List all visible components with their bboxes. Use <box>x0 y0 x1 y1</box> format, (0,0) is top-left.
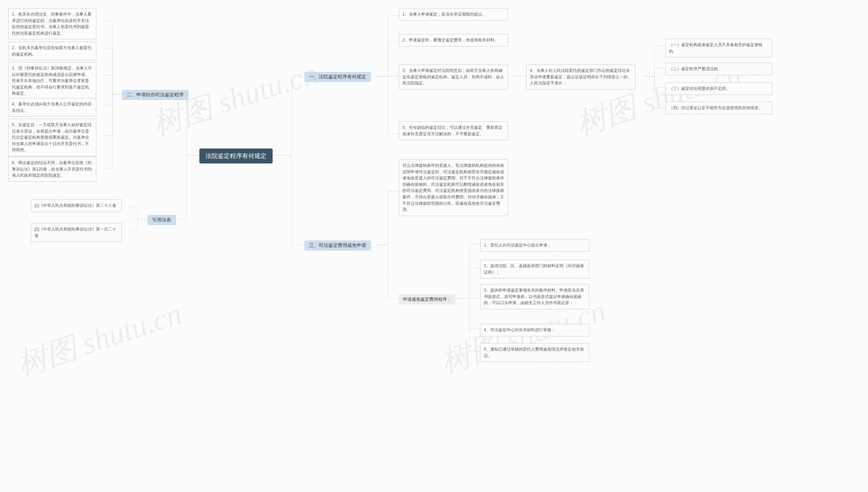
b1-item-4-text: 4、当事人对人民法院委托的鉴定部门作出的鉴定结论有异议申请重新鉴定，提出证据证明… <box>530 68 632 85</box>
b1-4-sub-3[interactable]: （三）鉴定结论明显依据不足的。 <box>665 82 772 95</box>
b3-item-5-text: 5、通知已通过审核的委托人费用减免情况并签定相关协议。 <box>484 347 584 358</box>
b4-item-2[interactable]: [2]《中华人民共和国刑事诉讼法》第一百二十条 <box>31 223 122 242</box>
b3-sub[interactable]: 申请减免鉴定费用程序： <box>399 294 455 304</box>
b2-item-6-text: 6、两次鉴定的结论不同，办案单位应按《刑事诉讼法》第120条，给当事人开具委托书… <box>12 160 92 178</box>
b2-item-1[interactable]: 1、机关在办理治安、刑事案件中，当事人要求进行伤情鉴定的，办案单位应及时开具法医… <box>8 8 96 39</box>
b1-4-sub-2-text: （二）鉴定程序严重违法的。 <box>669 66 722 71</box>
b1-item-3-text: 3、当事人申请鉴定经法院同意后，由双方当事人协商确定有鉴定资格的鉴定机构、鉴定人… <box>402 68 504 85</box>
b1-item-2[interactable]: 2、申请鉴定时，要预交鉴定费用，并提供相关材料。 <box>399 34 508 46</box>
b4-item-1[interactable]: [1]《中华人民共和国刑事诉讼法》第二十八条 <box>31 199 122 212</box>
b1-item-1[interactable]: 1、当事人申请鉴定，应当在举证期限内提出。 <box>399 8 508 21</box>
b3-intro-text: 符合法律援助条件的受援人，凭法律援助机构提供的有效证明申请司法鉴定的，司法鉴定机… <box>402 163 504 212</box>
b3-item-3-text: 3、提供所申请鉴定事项有关的案件材料。申请应当采用书面形式，填写申请表；以书面形… <box>484 288 584 305</box>
b1-item-5[interactable]: 5、对有缺陷的鉴定结论，可以通过补充鉴定、重新质证或者补充质证等方法解决的，不予… <box>399 121 508 140</box>
b2-item-4-text: 4、案单位必须向双方当事人公开鉴定的内容及结论。 <box>12 102 92 113</box>
branch-2[interactable]: 二、申请轻伤司法鉴定程序 <box>122 90 189 100</box>
branch-4[interactable]: 引用法条 <box>147 215 176 225</box>
b2-item-2[interactable]: 2、安机关办案单位应告知双方当事人被委托的鉴定机构。 <box>8 42 96 60</box>
b3-item-3[interactable]: 3、提供所申请鉴定事项有关的案件材料。申请应当采用书面形式，填写申请表；以书面形… <box>480 284 589 309</box>
b2-item-1-text: 1、机关在办理治安、刑事案件中，当事人要求进行伤情鉴定的，办案单位应及时开具法医… <box>12 12 92 36</box>
branch-3-label: 三、司法鉴定费用减免申请 <box>309 242 366 248</box>
watermark: 树图 shutu.cn <box>751 490 868 492</box>
b1-item-1-text: 1、当事人申请鉴定，应当在举证期限内提出。 <box>402 12 486 17</box>
branch-4-label: 引用法条 <box>152 217 171 222</box>
b1-4-sub-3-text: （三）鉴定结论明显依据不足的。 <box>669 86 730 91</box>
b3-item-5[interactable]: 5、通知已通过审核的委托人费用减免情况并签定相关协议。 <box>480 343 589 362</box>
root-title: 法院鉴定程序有何规定 <box>205 153 267 159</box>
b2-item-5-text: 5、次鉴定后，一方或双方当事人如对鉴定结论表示异议，有权提出申请，由办案单位委托… <box>12 122 92 152</box>
watermark: 树图 shutu.cn <box>12 293 187 386</box>
b3-sub-label: 申请减免鉴定费用程序： <box>403 297 451 302</box>
b3-item-2[interactable]: 2、提供法院、区、县级政府部门的材料证明（经济困难证明）； <box>480 260 589 278</box>
b2-item-6[interactable]: 6、两次鉴定的结论不同，办案单位应按《刑事诉讼法》第120条，给当事人开具委托书… <box>8 157 96 182</box>
branch-2-label: 二、申请轻伤司法鉴定程序 <box>127 92 184 97</box>
b1-4-sub-1[interactable]: （一）鉴定机构或者鉴定人员不具备相关的鉴定资格的。 <box>665 39 772 57</box>
mindmap-canvas: 树图 shutu.cn 树图 shutu.cn 树图 shutu.cn 树图 s… <box>41 0 868 492</box>
b1-item-3[interactable]: 3、当事人申请鉴定经法院同意后，由双方当事人协商确定有鉴定资格的鉴定机构、鉴定人… <box>399 64 508 90</box>
b3-item-4[interactable]: 4、司法鉴定中心对有关材料进行审核； <box>480 324 589 336</box>
branch-1[interactable]: 一、法院鉴定程序有何规定 <box>304 72 371 82</box>
b4-item-1-text: [1]《中华人民共和国刑事诉讼法》第二十八条 <box>35 203 116 208</box>
b3-item-2-text: 2、提供法院、区、县级政府部门的材料证明（经济困难证明）； <box>484 263 584 275</box>
b1-4-sub-4-text: （四）经过质证认定不能作为证据使用的其他情形。 <box>669 105 763 110</box>
b3-intro[interactable]: 符合法律援助条件的受援人，凭法律援助机构提供的有效证明申请司法鉴定的，司法鉴定机… <box>399 159 508 216</box>
b1-4-sub-2[interactable]: （二）鉴定程序严重违法的。 <box>665 63 772 75</box>
b1-item-4[interactable]: 4、当事人对人民法院委托的鉴定部门作出的鉴定结论有异议申请重新鉴定，提出证据证明… <box>526 64 635 90</box>
b1-item-2-text: 2、申请鉴定时，要预交鉴定费用，并提供相关材料。 <box>402 38 498 42</box>
b2-item-2-text: 2、安机关办案单位应告知双方当事人被委托的鉴定机构。 <box>12 45 92 57</box>
b2-item-3-text: 3、照《刑事诉讼法》第28条规定，当事人可以对被委托的鉴定机构成员提出回避申请。… <box>12 66 92 96</box>
b1-4-sub-1-text: （一）鉴定机构或者鉴定人员不具备相关的鉴定资格的。 <box>669 42 763 54</box>
b1-item-5-text: 5、对有缺陷的鉴定结论，可以通过补充鉴定、重新质证或者补充质证等方法解决的，不予… <box>402 125 502 136</box>
branch-3[interactable]: 三、司法鉴定费用减免申请 <box>304 240 371 251</box>
b2-item-4[interactable]: 4、案单位必须向双方当事人公开鉴定的内容及结论。 <box>8 98 96 117</box>
b3-item-1[interactable]: 1、委托人向司法鉴定中心提出申请； <box>480 239 589 252</box>
b4-item-2-text: [2]《中华人民共和国刑事诉讼法》第一百二十条 <box>35 227 116 238</box>
b3-item-4-text: 4、司法鉴定中心对有关材料进行审核； <box>484 328 555 332</box>
b1-4-sub-4[interactable]: （四）经过质证认定不能作为证据使用的其他情形。 <box>665 102 772 114</box>
b3-item-1-text: 1、委托人向司法鉴定中心提出申请； <box>484 243 551 248</box>
branch-1-label: 一、法院鉴定程序有何规定 <box>309 74 366 79</box>
b2-item-5[interactable]: 5、次鉴定后，一方或双方当事人如对鉴定结论表示异议，有权提出申请，由办案单位委托… <box>8 119 96 156</box>
b2-item-3[interactable]: 3、照《刑事诉讼法》第28条规定，当事人可以对被委托的鉴定机构成员提出回避申请。… <box>8 62 96 100</box>
root-node[interactable]: 法院鉴定程序有何规定 <box>199 149 273 163</box>
